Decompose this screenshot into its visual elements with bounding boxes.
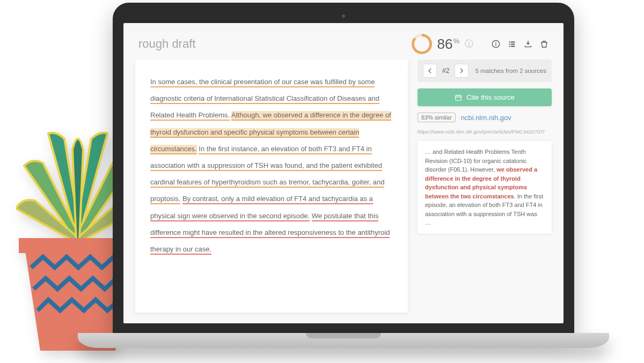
source-excerpt: … and Related Health Problems Tenth Revi… [418,141,552,234]
match-summary: 5 matches from 2 sources [475,68,546,74]
svg-rect-8 [509,46,510,47]
trash-icon[interactable] [540,40,548,48]
laptop-frame: rough draft 86% ⓘ In some case [113,3,574,348]
svg-rect-9 [511,46,515,47]
next-match-button[interactable] [455,64,469,78]
prev-match-button[interactable] [423,64,437,78]
info-icon[interactable] [492,40,500,48]
citation-icon [455,94,462,101]
match-index: #2 [441,67,450,75]
svg-point-3 [495,42,496,43]
essay-content[interactable]: In some cases, the clinical presentation… [135,60,408,313]
download-icon[interactable] [524,40,532,48]
info-icon[interactable]: ⓘ [465,39,473,50]
similarity-badge: 83% similar [418,113,456,122]
svg-rect-10 [456,95,462,100]
svg-rect-2 [495,43,496,46]
svg-rect-4 [509,41,510,42]
app-screen: rough draft 86% ⓘ In some case [123,23,564,323]
source-url: https://www.ncbi.nlm.nih.gov/pmc/article… [418,129,552,135]
sidebar: #2 5 matches from 2 sources Cite this so… [418,60,552,313]
list-icon[interactable] [508,40,516,48]
source-domain-link[interactable]: ncbi.nlm.nih.gov [461,114,511,122]
cite-source-button[interactable]: Cite this source [418,88,552,106]
svg-rect-5 [511,41,515,42]
score-ring-icon [412,34,432,54]
match-navigator: #2 5 matches from 2 sources [418,60,552,82]
similarity-score: 86% [437,36,459,53]
svg-rect-7 [511,43,515,45]
document-title: rough draft [138,37,195,51]
svg-rect-6 [509,43,510,45]
